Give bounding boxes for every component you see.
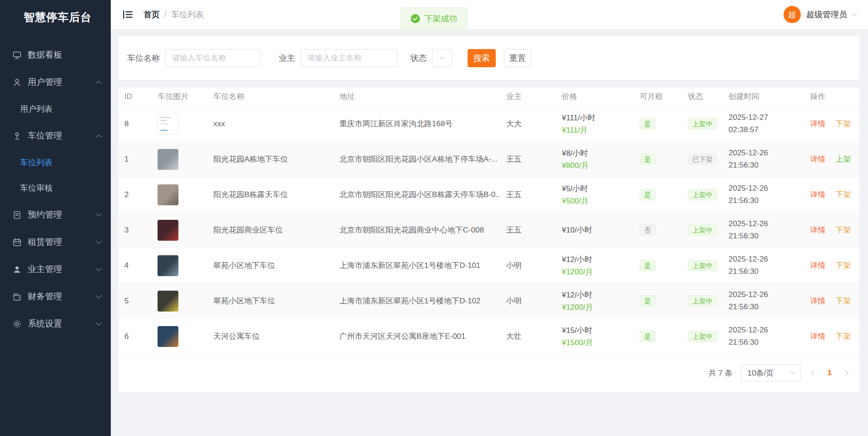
created-time: 21:56:30 — [729, 301, 804, 313]
sidebar-item-label: 业主管理 — [28, 263, 91, 275]
cell-actions: 详情下架 — [804, 331, 859, 342]
cell-photo — [151, 184, 207, 205]
sidebar-fold-icon[interactable] — [122, 9, 133, 20]
sidebar-menu: 数据看板用户管理用户列表车位管理车位列表车位审核预约管理租赁管理业主管理财务管理… — [0, 35, 111, 337]
sidebar-item-label: 用户管理 — [28, 76, 91, 88]
toast-text: 下架成功 — [424, 13, 457, 24]
parking-photo-broken[interactable] — [158, 114, 178, 134]
current-page[interactable]: 1 — [824, 368, 835, 377]
cell-status: 上架中 — [681, 295, 722, 307]
action-detail-link[interactable]: 详情 — [810, 332, 825, 341]
person-icon — [12, 264, 22, 274]
chevron-down-icon — [96, 320, 102, 326]
price-hourly: ¥12/小时 — [562, 290, 633, 300]
sidebar-item-system-settings[interactable]: 系统设置 — [0, 311, 111, 337]
page-size-select[interactable]: 10条/页 — [741, 364, 801, 382]
sidebar-item-lease-management[interactable]: 租赁管理 — [0, 229, 111, 255]
action-detail-link[interactable]: 详情 — [810, 226, 825, 234]
parking-pin-icon — [12, 131, 22, 141]
action-off-link[interactable]: 下架 — [835, 261, 851, 270]
action-detail-link[interactable]: 详情 — [810, 261, 825, 270]
user-menu[interactable]: 超 超级管理员 — [784, 6, 856, 23]
chevron-down-icon — [96, 211, 102, 217]
action-off-link[interactable]: 下架 — [835, 119, 851, 128]
cell-price: ¥111/小时¥111/月 — [555, 113, 633, 135]
created-time: 02:38:57 — [729, 124, 804, 136]
column-header: 地址 — [333, 91, 500, 102]
monthly-badge: 是 — [640, 331, 656, 342]
owner-name-input[interactable] — [301, 49, 398, 67]
sidebar-item-dashboard[interactable]: 数据看板 — [0, 42, 111, 68]
cell-created: 2025-12-2621:56:30 — [722, 147, 804, 171]
created-time: 21:56:30 — [729, 195, 804, 207]
breadcrumb-home[interactable]: 首页 — [143, 9, 160, 20]
parking-photo[interactable] — [158, 149, 178, 170]
pagination: 共 7 条 10条/页 1 — [118, 354, 859, 392]
reset-button[interactable]: 重置 — [504, 49, 531, 67]
sidebar-item-finance-management[interactable]: 财务管理 — [0, 283, 111, 310]
cell-id: 2 — [118, 190, 151, 199]
action-detail-link[interactable]: 详情 — [810, 119, 825, 128]
monthly-badge: 是 — [640, 295, 656, 307]
sidebar-item-parking-management[interactable]: 车位管理 — [0, 123, 111, 149]
sidebar-item-label: 车位管理 — [28, 130, 91, 142]
parking-photo[interactable] — [158, 255, 178, 276]
cell-name: 阳光花园商业区车位 — [207, 225, 333, 235]
action-off-link[interactable]: 下架 — [835, 190, 851, 199]
prev-page-icon[interactable] — [811, 370, 817, 376]
cell-name: 翠苑小区地下车位 — [207, 260, 333, 271]
table-row: 1阳光花园A栋地下车位北京市朝阳区阳光花园小区A栋地下停车场A-...王五¥8/… — [118, 142, 859, 177]
action-on-link[interactable]: 上架 — [835, 155, 851, 164]
action-off-link[interactable]: 下架 — [835, 226, 851, 234]
table-row: 2阳光花园B栋露天车位北京市朝阳区阳光花园小区B栋露天停车场B-0...王五¥5… — [118, 177, 859, 213]
cell-owner: 王五 — [500, 154, 555, 164]
created-date: 2025-12-26 — [729, 147, 804, 159]
sidebar: 智慧停车后台 数据看板用户管理用户列表车位管理车位列表车位审核预约管理租赁管理业… — [0, 0, 111, 436]
cell-actions: 详情下架 — [804, 225, 859, 235]
action-off-link[interactable]: 下架 — [835, 332, 851, 341]
cell-photo — [151, 326, 207, 347]
created-time: 21:56:30 — [729, 337, 804, 348]
parking-photo[interactable] — [158, 291, 178, 312]
avatar: 超 — [784, 6, 801, 23]
cell-address: 广州市天河区天河公寓B座地下E-001 — [333, 331, 500, 342]
action-detail-link[interactable]: 详情 — [810, 297, 825, 305]
cell-price: ¥12/小时¥1200/月 — [555, 254, 633, 277]
sidebar-subitem-parking-review[interactable]: 车位审核 — [0, 175, 111, 201]
price-monthly: ¥1200/月 — [562, 267, 633, 277]
table-body: 8xxx重庆市两江新区肖家沟北路168号大大¥111/小时¥111/月是上架中2… — [118, 106, 859, 354]
parking-photo[interactable] — [158, 184, 178, 205]
content: 车位名称 业主 状态 搜索 重置 ID车位图片车位名称地址业主价格可月租状态创建… — [111, 29, 868, 436]
column-header: 车位名称 — [207, 91, 333, 102]
sidebar-subitem-parking-list[interactable]: 车位列表 — [0, 150, 111, 175]
app-title: 智慧停车后台 — [24, 10, 92, 25]
sidebar-item-user-management[interactable]: 用户管理 — [0, 69, 111, 95]
status-select[interactable] — [432, 49, 452, 67]
parking-photo[interactable] — [158, 326, 178, 347]
monthly-badge: 是 — [640, 118, 656, 129]
status-badge: 已下架 — [688, 154, 717, 165]
action-off-link[interactable]: 下架 — [835, 297, 851, 305]
chevron-down-icon — [439, 54, 444, 59]
success-check-icon — [411, 14, 420, 23]
action-detail-link[interactable]: 详情 — [810, 190, 825, 199]
parking-name-input[interactable] — [165, 49, 261, 67]
search-button[interactable]: 搜索 — [468, 49, 496, 67]
sidebar-item-owner-management[interactable]: 业主管理 — [0, 256, 111, 282]
price-hourly: ¥12/小时 — [562, 254, 633, 265]
cell-created: 2025-12-2621:56:30 — [722, 253, 804, 277]
parking-photo[interactable] — [158, 220, 178, 241]
cell-status: 上架中 — [681, 260, 722, 271]
cell-owner: 小明 — [500, 296, 555, 306]
column-header: 状态 — [681, 91, 722, 102]
document-icon — [12, 210, 22, 220]
price-hourly: ¥8/小时 — [562, 148, 633, 159]
sidebar-item-label: 数据看板 — [28, 49, 101, 61]
next-page-icon[interactable] — [843, 370, 848, 376]
created-time: 21:56:30 — [729, 230, 804, 242]
sidebar-subitem-user-list[interactable]: 用户列表 — [0, 96, 111, 122]
topbar: 首页 / 车位列表 超 超级管理员 — [111, 0, 868, 29]
sidebar-item-reservation-management[interactable]: 预约管理 — [0, 202, 111, 228]
action-detail-link[interactable]: 详情 — [810, 155, 825, 164]
cell-address: 北京市朝阳区阳光花园商业中心地下C-008 — [333, 225, 500, 235]
